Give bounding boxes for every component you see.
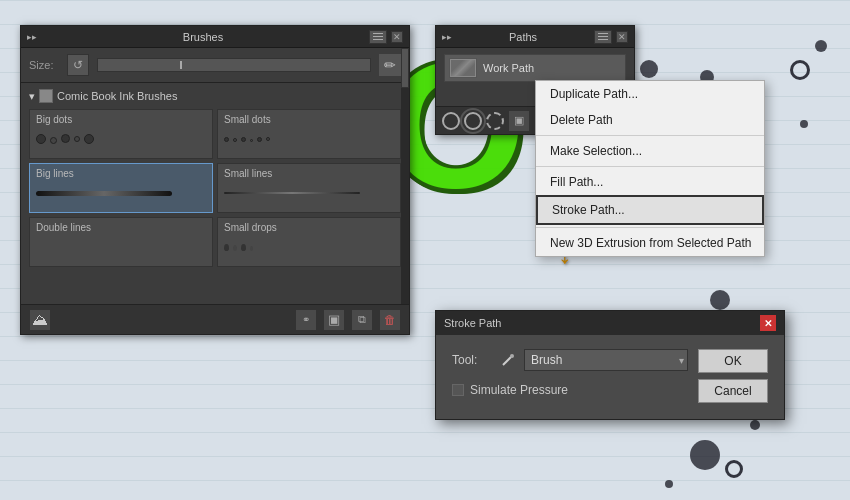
stroke-path-ok-button[interactable]: OK [698, 349, 768, 373]
brush-stroke-preview[interactable]: ✏ [379, 54, 401, 76]
simulate-pressure-checkbox[interactable] [452, 384, 464, 396]
stroke-path-button[interactable] [464, 112, 482, 130]
duplicate-brush-button[interactable]: ⧉ [351, 309, 373, 331]
paths-panel-titlebar: ▸▸ Paths ✕ [436, 26, 634, 48]
paths-panel-close-button[interactable]: ✕ [616, 31, 628, 43]
path-item-label: Work Path [483, 62, 534, 74]
tool-select[interactable]: Brush Pencil Eraser [524, 349, 688, 371]
panel-collapse-icon[interactable]: ▸▸ [27, 32, 37, 42]
context-menu-item-delete[interactable]: Delete Path [536, 107, 764, 133]
brush-link-button[interactable]: ⚭ [295, 309, 317, 331]
svg-line-0 [503, 357, 511, 365]
simulate-pressure-row: Simulate Pressure [452, 383, 688, 397]
decoration-circle [725, 460, 743, 478]
paths-panel-collapse-icon[interactable]: ▸▸ [442, 32, 452, 42]
tool-select-wrapper: Brush Pencil Eraser [524, 349, 688, 371]
new-brush-group-button[interactable]: ⛰ [29, 309, 51, 331]
context-menu: Duplicate Path... Delete Path Make Selec… [535, 80, 765, 257]
decoration-circle [800, 120, 808, 128]
brush-item-label: Big dots [36, 114, 206, 125]
context-menu-separator [536, 135, 764, 136]
brush-category-header: ▾ Comic Book Ink Brushes [29, 89, 401, 103]
stroke-path-dialog: Stroke Path ✕ Tool: Brush Pen [435, 310, 785, 420]
dialog-title: Stroke Path [444, 317, 501, 329]
dialog-tool-row: Tool: Brush Pencil Eraser [452, 349, 688, 371]
brushes-panel-titlebar: ▸▸ Brushes ✕ [21, 26, 409, 48]
decoration-circle [690, 440, 720, 470]
brush-size-label: Size: [29, 59, 59, 71]
path-item-work-path[interactable]: Work Path [444, 54, 626, 82]
brush-item-label: Big lines [36, 168, 206, 179]
svg-point-1 [510, 354, 514, 358]
path-thumb-image [451, 60, 475, 76]
brush-item-preview [224, 127, 394, 151]
context-menu-item-make-selection[interactable]: Make Selection... [536, 138, 764, 164]
delete-brush-button[interactable]: 🗑 [379, 309, 401, 331]
stroke-path-cancel-button[interactable]: Cancel [698, 379, 768, 403]
mask-button[interactable]: ▣ [508, 110, 530, 132]
brushes-panel-close-button[interactable]: ✕ [391, 31, 403, 43]
brush-item-label: Small dots [224, 114, 394, 125]
brush-item-preview [224, 181, 394, 205]
dialog-fields: Tool: Brush Pencil Eraser [452, 349, 688, 405]
brush-item-small-dots[interactable]: Small dots [217, 109, 401, 159]
decoration-circle [750, 420, 760, 430]
brush-size-slider[interactable] [97, 58, 371, 72]
tool-label: Tool: [452, 353, 492, 367]
dialog-close-button[interactable]: ✕ [760, 315, 776, 331]
brushes-panel-menu-button[interactable] [369, 30, 387, 44]
brushes-panel: ▸▸ Brushes ✕ Size: ↺ ✏ ▾ Comic Book Ink … [20, 25, 410, 335]
context-menu-item-duplicate[interactable]: Duplicate Path... [536, 81, 764, 107]
brush-item-label: Small drops [224, 222, 394, 233]
brush-size-controls: Size: ↺ ✏ [21, 48, 409, 83]
decoration-circle [815, 40, 827, 52]
brush-grid: Big dots Small dots [29, 109, 401, 267]
make-selection-button[interactable] [486, 112, 504, 130]
brush-item-preview [36, 235, 206, 259]
new-brush-button[interactable]: ▣ [323, 309, 345, 331]
decoration-circle [790, 60, 810, 80]
brushes-panel-scrollbar[interactable] [401, 48, 409, 304]
stroke-path-dialog-titlebar: Stroke Path ✕ [436, 311, 784, 335]
brush-item-preview [224, 235, 394, 259]
brush-icon [500, 352, 516, 368]
decoration-circle [710, 290, 730, 310]
context-menu-item-fill[interactable]: Fill Path... [536, 169, 764, 195]
context-menu-separator-2 [536, 166, 764, 167]
context-menu-separator-3 [536, 227, 764, 228]
brushes-panel-toolbar: ⛰ ⚭ ▣ ⧉ 🗑 [21, 304, 409, 334]
brush-list-section: ▾ Comic Book Ink Brushes Big dots [21, 83, 409, 273]
dialog-content-area: Tool: Brush Pencil Eraser [452, 349, 768, 405]
brush-item-double-lines[interactable]: Double lines [29, 217, 213, 267]
paths-panel-title: Paths [452, 31, 594, 43]
brush-item-label: Small lines [224, 168, 394, 179]
paths-panel-menu-button[interactable] [594, 30, 612, 44]
path-thumbnail [449, 58, 477, 78]
brush-item-small-lines[interactable]: Small lines [217, 163, 401, 213]
simulate-pressure-label: Simulate Pressure [470, 383, 568, 397]
brush-category-icon [39, 89, 53, 103]
brush-item-label: Double lines [36, 222, 206, 233]
brush-item-small-drops[interactable]: Small drops [217, 217, 401, 267]
fill-path-button[interactable] [442, 112, 460, 130]
brushes-panel-title: Brushes [37, 31, 369, 43]
brush-item-preview [36, 127, 206, 151]
decoration-circle [665, 480, 673, 488]
brush-reset-button[interactable]: ↺ [67, 54, 89, 76]
context-menu-item-3d[interactable]: New 3D Extrusion from Selected Path [536, 230, 764, 256]
context-menu-item-stroke[interactable]: Stroke Path... [536, 195, 764, 225]
dialog-body: Tool: Brush Pencil Eraser [436, 335, 784, 419]
decoration-circle [640, 60, 658, 78]
dialog-button-group: OK Cancel [698, 349, 768, 403]
brush-item-big-dots[interactable]: Big dots [29, 109, 213, 159]
brush-item-big-lines[interactable]: Big lines [29, 163, 213, 213]
brush-item-preview [36, 181, 206, 205]
scrollbar-thumb[interactable] [401, 48, 409, 88]
brush-category-label: Comic Book Ink Brushes [57, 90, 177, 102]
